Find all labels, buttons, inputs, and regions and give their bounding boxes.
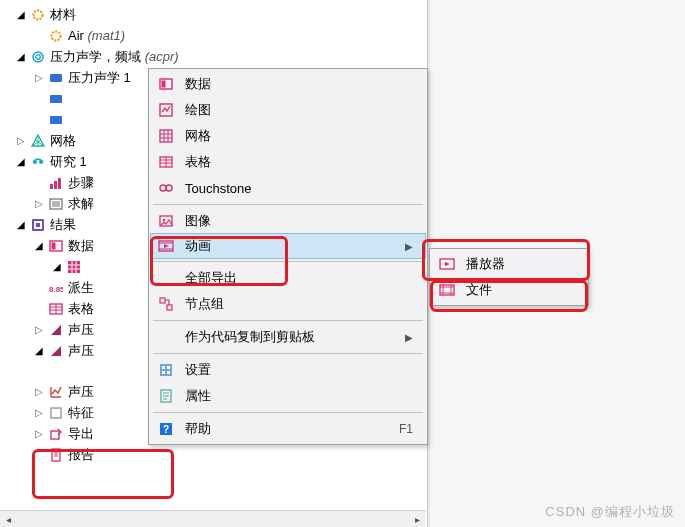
svg-rect-11 — [54, 181, 57, 189]
svg-rect-19 — [68, 261, 80, 273]
submenu-item-file[interactable]: 文件 — [432, 277, 586, 303]
mesh-icon — [30, 133, 46, 149]
svg-rect-28 — [162, 81, 166, 88]
caret-icon: ◢ — [16, 51, 26, 62]
menu-label: 节点组 — [185, 295, 413, 313]
menu-item-properties[interactable]: 属性 — [151, 383, 425, 409]
horizontal-scrollbar[interactable]: ◂ ▸ — [0, 510, 426, 527]
svg-rect-44 — [167, 371, 170, 374]
tree-node-reports[interactable]: 报告 — [34, 444, 429, 465]
svg-point-35 — [163, 219, 165, 221]
caret-right: ▷ — [34, 324, 44, 335]
caret-icon: ◢ — [16, 156, 26, 167]
animation-submenu: 播放器 文件 — [429, 248, 589, 306]
svg-rect-18 — [52, 242, 56, 249]
svg-rect-5 — [50, 95, 62, 103]
submenu-arrow-icon: ▶ — [383, 332, 413, 343]
caret-right: ▷ — [34, 407, 44, 418]
menu-item-image[interactable]: 图像 — [151, 208, 425, 234]
menu-separator — [153, 412, 423, 413]
menu-label: 数据 — [185, 75, 413, 93]
svg-rect-40 — [160, 364, 172, 376]
menu-item-touchstone[interactable]: Touchstone — [151, 175, 425, 201]
physics-tag: (acpr) — [145, 49, 179, 64]
plots-icon — [157, 101, 175, 119]
svg-rect-24 — [51, 408, 61, 418]
feature-icon — [48, 70, 64, 86]
player-icon — [438, 255, 456, 273]
animation-icon — [157, 237, 175, 255]
step-icon — [48, 175, 64, 191]
physics-icon — [30, 49, 46, 65]
mesh-icon — [157, 127, 175, 145]
menu-label: 全部导出 — [185, 269, 413, 287]
tree-node-air[interactable]: Air (mat1) — [34, 25, 429, 46]
study-icon — [30, 154, 46, 170]
datasets-icon — [48, 238, 64, 254]
menu-item-mesh[interactable]: 网格 — [151, 123, 425, 149]
svg-marker-37 — [164, 244, 169, 248]
menu-item-help[interactable]: ? 帮助 F1 — [151, 416, 425, 442]
menu-item-data[interactable]: 数据 — [151, 71, 425, 97]
menu-label: 作为代码复制到剪贴板 — [185, 328, 373, 346]
feature-icon — [48, 91, 64, 107]
svg-rect-42 — [167, 366, 170, 369]
touchstone-icon — [157, 179, 175, 197]
svg-marker-49 — [445, 262, 450, 266]
svg-rect-30 — [160, 130, 172, 142]
menu-item-node-group[interactable]: 节点组 — [151, 291, 425, 317]
caret-right: ▷ — [16, 135, 26, 146]
eval-icon — [48, 405, 64, 421]
svg-point-32 — [160, 185, 166, 191]
tree-label: 材料 — [50, 6, 429, 24]
image-icon — [157, 212, 175, 230]
scroll-right-button[interactable]: ▸ — [409, 511, 426, 528]
menu-item-settings[interactable]: 设置 — [151, 357, 425, 383]
caret-icon: ◢ — [34, 240, 44, 251]
svg-rect-50 — [440, 285, 454, 295]
data-icon — [157, 75, 175, 93]
caret-icon: ◢ — [34, 345, 44, 356]
tree-node-pressure-acoustics[interactable]: ◢ 压力声学，频域 (acpr) — [16, 46, 429, 67]
menu-item-copy-code[interactable]: 作为代码复制到剪贴板 ▶ — [151, 324, 425, 350]
menu-label: 属性 — [185, 387, 413, 405]
svg-rect-41 — [162, 366, 165, 369]
svg-rect-26 — [52, 449, 60, 461]
scroll-left-button[interactable]: ◂ — [0, 511, 17, 528]
tree-label: 压力声学，频域 (acpr) — [50, 48, 429, 66]
tree-label: 报告 — [68, 446, 429, 464]
dataset-icon — [66, 259, 82, 275]
svg-rect-6 — [50, 116, 62, 124]
physics-name: 压力声学，频域 — [50, 49, 141, 64]
material-icon — [48, 28, 64, 44]
reports-icon — [48, 447, 64, 463]
tree-node-materials[interactable]: ◢ 材料 — [16, 4, 429, 25]
menu-separator — [153, 204, 423, 205]
caret-right: ▷ — [34, 386, 44, 397]
menu-item-plots[interactable]: 绘图 — [151, 97, 425, 123]
tree-label: Air (mat1) — [68, 28, 429, 43]
menu-item-tables[interactable]: 表格 — [151, 149, 425, 175]
svg-point-1 — [52, 31, 61, 40]
export-icon — [48, 426, 64, 442]
svg-rect-38 — [160, 298, 165, 303]
menu-label: 网格 — [185, 127, 413, 145]
caret-icon: ◢ — [52, 261, 62, 272]
menu-label: 绘图 — [185, 101, 413, 119]
watermark: CSDN @编程小垃圾 — [545, 503, 675, 521]
settings-icon — [157, 361, 175, 379]
menu-label: 表格 — [185, 153, 413, 171]
menu-separator — [153, 320, 423, 321]
tables-icon — [48, 301, 64, 317]
menu-label: Touchstone — [185, 181, 413, 196]
svg-point-0 — [34, 10, 43, 19]
menu-item-export-all[interactable]: 全部导出 — [151, 265, 425, 291]
svg-text:8.85: 8.85 — [49, 285, 63, 294]
menu-item-animation[interactable]: 动画 ▶ — [150, 233, 426, 259]
svg-rect-4 — [50, 74, 62, 82]
caret-icon: ◢ — [16, 9, 26, 20]
menu-label: 帮助 — [185, 420, 373, 438]
submenu-item-player[interactable]: 播放器 — [432, 251, 586, 277]
caret-right: ▷ — [34, 72, 44, 83]
svg-text:?: ? — [163, 424, 169, 435]
